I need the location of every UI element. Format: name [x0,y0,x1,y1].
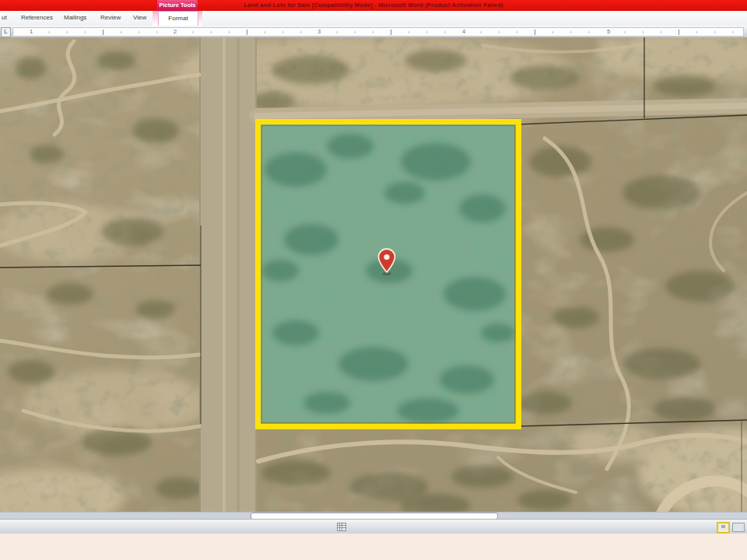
tab-format[interactable]: Format [158,11,198,26]
tab-view[interactable]: View [133,11,146,25]
tab-mailings[interactable]: Mailings [64,11,86,25]
tab-pagelayout-partial[interactable]: ut [2,11,7,25]
table-grid-button[interactable] [337,523,346,531]
horizontal-ruler[interactable]: 1 2 3 4 5 [0,26,747,38]
ruler-number: 5 [605,28,612,35]
tab-references[interactable]: References [21,11,53,25]
ruler-number: 1 [28,28,34,35]
ruler-number: 3 [316,28,322,35]
picture-tools-context-label: Picture Tools [157,0,198,11]
ruler-number: 4 [461,28,467,35]
tab-review[interactable]: Review [100,11,121,25]
ruler-band [12,27,744,37]
document-picture-aerial-map[interactable] [0,37,747,512]
status-strip [0,519,747,534]
window-titlebar: Land and Lots for Sale [Compatibility Mo… [0,0,747,11]
ribbon-tab-row: ut References Mailings Review View Forma… [0,11,747,26]
view-toggle-active-button[interactable] [717,522,730,534]
satellite-map [0,37,747,512]
windows-taskbar: Search T Q P W X [0,534,747,560]
ruler-number: 2 [172,28,178,35]
screen: Land and Lots for Sale [Compatibility Mo… [0,0,747,560]
view-toggle-button[interactable] [732,523,745,532]
tab-stop-selector[interactable]: L [1,27,11,37]
window-title: Land and Lots for Sale [Compatibility Mo… [0,0,747,11]
